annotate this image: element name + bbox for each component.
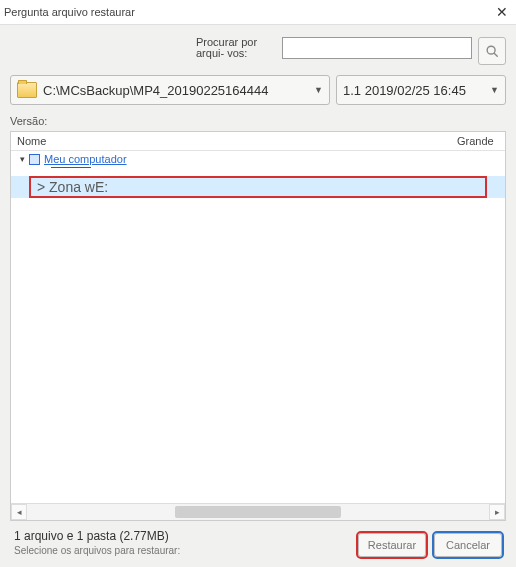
column-header-size[interactable]: Grande bbox=[457, 135, 505, 147]
chevron-down-icon[interactable]: ▾ bbox=[17, 154, 27, 164]
search-button[interactable] bbox=[478, 37, 506, 65]
version-dropdown[interactable]: 1.1 2019/02/25 16:45 ▼ bbox=[336, 75, 506, 105]
magnifier-icon bbox=[485, 44, 499, 58]
horizontal-scrollbar[interactable]: ◂ ▸ bbox=[11, 503, 505, 520]
checkbox[interactable] bbox=[29, 154, 40, 165]
search-input[interactable] bbox=[282, 37, 472, 59]
chevron-down-icon: ▼ bbox=[490, 85, 499, 95]
scroll-thumb[interactable] bbox=[175, 506, 341, 518]
folder-icon bbox=[17, 82, 37, 98]
tree-node-selected[interactable]: > Zona wE: bbox=[29, 176, 487, 198]
file-tree: Nome Grande ▾ Meu computador > Zona wE: bbox=[10, 131, 506, 521]
search-label: Procurar por arqui- vos: bbox=[196, 37, 276, 59]
path-dropdown[interactable]: C:\MCsBackup\MP4_20190225164444 ▼ bbox=[10, 75, 330, 105]
cancel-button[interactable]: Cancelar bbox=[434, 533, 502, 557]
window-title: Pergunta arquivo restaurar bbox=[4, 6, 494, 18]
version-value: 1.1 2019/02/25 16:45 bbox=[343, 83, 484, 98]
column-header-name[interactable]: Nome bbox=[17, 135, 457, 147]
scroll-left-icon[interactable]: ◂ bbox=[11, 504, 27, 520]
selection-hint: Selecione os arquivos para restaurar: bbox=[14, 545, 358, 556]
selection-summary: 1 arquivo e 1 pasta (2.77MB) bbox=[14, 529, 358, 543]
restore-button[interactable]: Restaurar bbox=[358, 533, 426, 557]
version-label: Versão: bbox=[10, 115, 506, 127]
scroll-right-icon[interactable]: ▸ bbox=[489, 504, 505, 520]
tree-node-label[interactable]: Meu computador bbox=[44, 153, 127, 165]
chevron-down-icon: ▼ bbox=[314, 85, 323, 95]
tree-stub bbox=[51, 167, 91, 174]
close-icon[interactable]: ✕ bbox=[494, 4, 510, 20]
path-value: C:\MCsBackup\MP4_20190225164444 bbox=[43, 83, 308, 98]
svg-line-1 bbox=[494, 53, 497, 56]
tree-node-mycomputer[interactable]: ▾ Meu computador bbox=[11, 151, 505, 167]
tree-node-label: > Zona wE: bbox=[37, 179, 108, 195]
scroll-track[interactable] bbox=[27, 504, 489, 520]
